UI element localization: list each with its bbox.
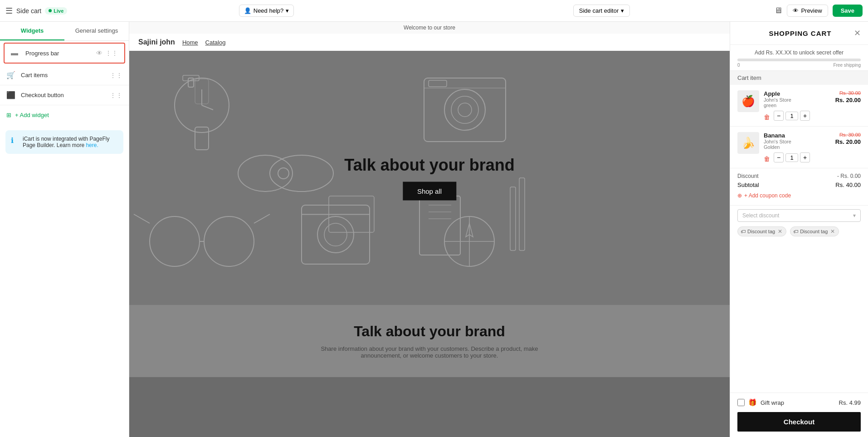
sidebar-tabs: Widgets General settings xyxy=(0,22,129,41)
monitor-icon[interactable]: 🖥 xyxy=(774,6,782,15)
select-discount-dropdown[interactable]: Select discount ▾ xyxy=(737,209,861,222)
svg-rect-30 xyxy=(519,178,525,250)
svg-point-10 xyxy=(458,103,472,117)
gift-wrap-checkbox[interactable] xyxy=(737,399,745,406)
drag-icon[interactable]: ⋮⋮ xyxy=(110,72,122,79)
canvas-area: Welcome to our store Sajini john Home Ca… xyxy=(129,22,730,437)
cart-title: SHOPPING CART xyxy=(746,29,854,37)
nav-link-catalog[interactable]: Catalog xyxy=(205,39,226,46)
topbar-left: ☰ Side cart Live xyxy=(5,6,96,16)
gift-wrap-row: 🎁 Gift wrap Rs. 4.99 xyxy=(737,398,861,407)
add-coupon-button[interactable]: ⊕ + Add coupon code xyxy=(737,191,861,201)
banana-prices: Rs. 30.00 Rs. 20.00 xyxy=(835,132,861,162)
canvas-hero-image: Talk about your brand Shop all xyxy=(129,51,730,305)
chevron-down-icon: ▾ xyxy=(286,7,289,14)
widget-progress-bar[interactable]: ▬ Progress bar 👁 ⋮⋮ xyxy=(4,43,125,64)
preview-button[interactable]: 👁 Preview xyxy=(787,5,828,17)
apple-qty-plus[interactable]: + xyxy=(800,111,810,121)
chevron-down-icon: ▾ xyxy=(621,7,624,14)
side-cart-panel: SHOPPING CART ✕ Add Rs. XX.XX to unlock … xyxy=(730,22,868,437)
info-icon: ℹ xyxy=(11,136,19,145)
help-button[interactable]: 👤 Need help? ▾ xyxy=(239,5,294,17)
cart-close-button[interactable]: ✕ xyxy=(854,28,861,38)
svg-point-17 xyxy=(204,216,254,266)
apple-variant: green xyxy=(764,103,831,108)
tab-widgets[interactable]: Widgets xyxy=(0,22,64,40)
discount-tag-2-remove[interactable]: ✕ xyxy=(830,228,835,235)
svg-line-4 xyxy=(202,105,213,110)
side-cart-label: Side cart xyxy=(16,7,41,15)
tag-icon: 🏷 xyxy=(741,229,746,234)
add-widget-button[interactable]: ⊞ + Add widget xyxy=(0,105,129,125)
discount-label: Discount xyxy=(737,173,759,179)
shop-all-button[interactable]: Shop all xyxy=(403,182,456,201)
cart-item-header: Cart item xyxy=(730,71,868,85)
visibility-icon[interactable]: 👁 xyxy=(96,49,102,57)
apple-price-original: Rs. 30.00 xyxy=(839,90,861,96)
topbar-right: 🖥 👁 Preview Save xyxy=(772,5,863,17)
eye-icon: 👁 xyxy=(793,7,799,14)
editor-button[interactable]: Side cart editor ▾ xyxy=(573,5,630,17)
banana-qty-plus[interactable]: + xyxy=(800,152,810,162)
gift-wrap-label: Gift wrap xyxy=(761,399,835,406)
widget-checkout-button[interactable]: ⬛ Checkout button ⋮⋮ xyxy=(0,85,129,105)
cart-footer: 🎁 Gift wrap Rs. 4.99 Checkout xyxy=(730,393,868,437)
banana-variant: Golden xyxy=(764,144,831,150)
progress-label-right: Free shipping xyxy=(833,63,861,68)
apple-price-current: Rs. 20.00 xyxy=(835,97,861,103)
plus-circle-icon: ⊕ xyxy=(737,192,742,199)
checkout-button[interactable]: Checkout xyxy=(737,412,861,432)
progress-bar-icon: ▬ xyxy=(11,49,21,57)
drag-icon[interactable]: ⋮⋮ xyxy=(105,49,118,57)
banana-delete-button[interactable]: 🗑 xyxy=(764,155,770,162)
apple-image: 🍎 xyxy=(737,90,759,112)
svg-point-23 xyxy=(324,223,347,246)
sidebar: Widgets General settings ▬ Progress bar … xyxy=(0,22,129,437)
apple-qty-controls: 🗑 − + xyxy=(764,111,831,121)
svg-point-16 xyxy=(150,216,200,266)
tab-general-settings[interactable]: General settings xyxy=(64,22,129,40)
save-button[interactable]: Save xyxy=(833,5,863,17)
banana-qty-controls: 🗑 − + xyxy=(764,152,831,162)
svg-line-20 xyxy=(254,214,270,223)
svg-rect-7 xyxy=(424,78,506,142)
info-banner: ℹ iCart is now integrated with PageFly P… xyxy=(5,130,123,154)
bottom-desc: Share information about your brand with … xyxy=(316,345,543,359)
drag-icon[interactable]: ⋮⋮ xyxy=(110,92,122,99)
progress-label-left: 0 xyxy=(737,63,740,68)
store-nav-links: Home Catalog xyxy=(182,39,226,46)
apple-qty-input[interactable] xyxy=(785,112,798,120)
discount-tag-2[interactable]: 🏷 Discount tag ✕ xyxy=(790,226,839,236)
store-brand: Sajini john xyxy=(138,38,175,46)
banana-qty-input[interactable] xyxy=(785,153,798,162)
discount-tag-1[interactable]: 🏷 Discount tag ✕ xyxy=(737,226,786,236)
menu-icon[interactable]: ☰ xyxy=(5,6,13,16)
info-link[interactable]: here. xyxy=(86,142,98,148)
banana-qty-minus[interactable]: − xyxy=(774,152,784,162)
progress-bar-wrap xyxy=(737,59,861,61)
live-dot xyxy=(49,9,52,12)
discount-row: Discount - Rs. 0.00 xyxy=(737,173,861,179)
topbar: ☰ Side cart Live 👤 Need help? ▾ Side car… xyxy=(0,0,868,22)
live-badge: Live xyxy=(45,7,67,15)
discount-tag-1-remove[interactable]: ✕ xyxy=(778,228,782,235)
apple-qty-minus[interactable]: − xyxy=(774,111,784,121)
subtotal-value: Rs. 40.00 xyxy=(835,182,861,188)
subtotal-label: Subtotal xyxy=(737,182,759,188)
svg-point-15 xyxy=(278,168,289,179)
apple-store: John's Store xyxy=(764,97,831,103)
apple-delete-button[interactable]: 🗑 xyxy=(764,113,770,121)
svg-point-9 xyxy=(451,96,478,123)
cart-progress-text: Add Rs. XX.XX to unlock secret offer xyxy=(737,49,861,56)
apple-prices: Rs. 30.00 Rs. 20.00 xyxy=(835,90,861,121)
svg-point-22 xyxy=(317,216,354,253)
nav-link-home[interactable]: Home xyxy=(182,39,198,46)
svg-point-13 xyxy=(270,155,333,191)
widget-cart-items[interactable]: 🛒 Cart items ⋮⋮ xyxy=(0,65,129,85)
cart-items-icon: 🛒 xyxy=(6,71,16,79)
widget-cart-items-actions: ⋮⋮ xyxy=(110,72,122,79)
svg-line-19 xyxy=(134,214,150,223)
svg-rect-12 xyxy=(429,80,447,87)
cart-progress-area: Add Rs. XX.XX to unlock secret offer 0 F… xyxy=(730,45,868,71)
banana-store: John's Store xyxy=(764,139,831,144)
